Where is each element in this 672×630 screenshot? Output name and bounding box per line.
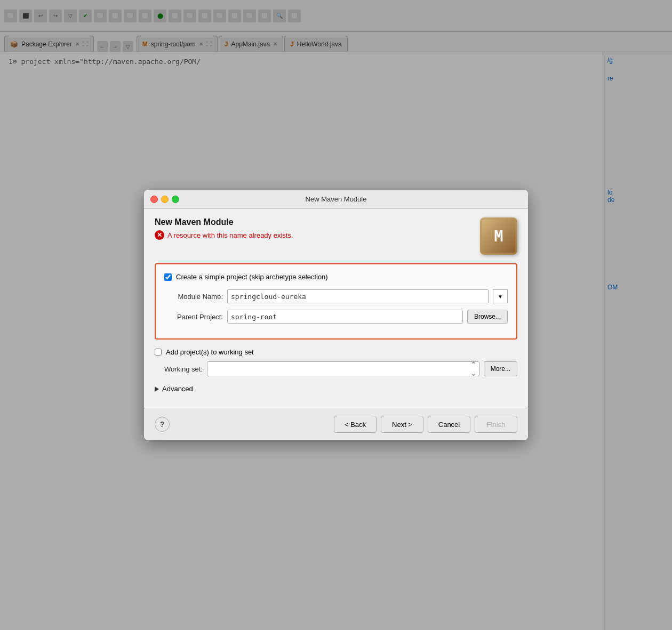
close-button[interactable]: [150, 196, 158, 203]
orange-section: Create a simple project (skip archetype …: [155, 263, 517, 340]
help-button[interactable]: ?: [155, 417, 170, 432]
error-icon: ✕: [155, 230, 164, 240]
maven-icon: M: [480, 217, 517, 255]
module-name-label: Module Name:: [164, 293, 223, 301]
error-row: ✕ A resource with this name already exis…: [155, 230, 293, 240]
maximize-button[interactable]: [172, 196, 179, 203]
parent-project-row: Parent Project: Browse...: [164, 310, 508, 324]
advanced-triangle-icon: [155, 386, 159, 392]
add-working-set-row: Add project(s) to working set: [155, 348, 517, 356]
minimize-button[interactable]: [161, 196, 169, 203]
parent-project-input[interactable]: [227, 310, 463, 324]
cancel-button[interactable]: Cancel: [428, 416, 470, 433]
module-name-dropdown-arrow[interactable]: ▼: [493, 289, 508, 303]
simple-project-label[interactable]: Create a simple project (skip archetype …: [176, 273, 328, 281]
add-working-set-checkbox[interactable]: [155, 349, 162, 356]
dialog-title: New Maven Module: [306, 195, 367, 203]
finish-button[interactable]: Finish: [475, 416, 517, 433]
module-name-input[interactable]: [227, 289, 489, 303]
dialog-header-left: New Maven Module ✕ A resource with this …: [155, 217, 293, 240]
working-set-section: Add project(s) to working set Working se…: [155, 348, 517, 376]
advanced-section: Advanced: [155, 385, 517, 393]
module-name-row: Module Name: ▼: [164, 289, 508, 303]
advanced-toggle[interactable]: Advanced: [155, 385, 517, 393]
more-button[interactable]: More...: [484, 361, 517, 376]
parent-project-label: Parent Project:: [164, 313, 223, 321]
dialog-header: New Maven Module ✕ A resource with this …: [155, 217, 517, 255]
dialog-body: New Maven Module ✕ A resource with this …: [144, 209, 528, 408]
simple-project-checkbox[interactable]: [164, 273, 172, 281]
dropdown-chevron-icon: ▼: [498, 294, 503, 300]
maven-icon-letter: M: [494, 228, 503, 245]
next-button[interactable]: Next >: [381, 416, 423, 433]
browse-button[interactable]: Browse...: [467, 310, 508, 324]
simple-project-row: Create a simple project (skip archetype …: [164, 273, 508, 281]
new-maven-module-dialog: New Maven Module New Maven Module ✕ A re…: [144, 190, 528, 440]
footer-buttons: < Back Next > Cancel Finish: [334, 416, 517, 433]
working-set-input[interactable]: ⌃⌄: [207, 361, 479, 376]
spinner-icon[interactable]: ⌃⌄: [470, 360, 477, 377]
working-set-input-row: Working set: ⌃⌄ More...: [155, 361, 517, 376]
advanced-label: Advanced: [162, 385, 193, 393]
error-message: A resource with this name already exists…: [167, 231, 293, 239]
dialog-footer: ? < Back Next > Cancel Finish: [144, 408, 528, 440]
dialog-overlay: New Maven Module New Maven Module ✕ A re…: [0, 0, 672, 630]
working-set-label: Working set:: [155, 365, 203, 373]
back-button[interactable]: < Back: [334, 416, 377, 433]
dialog-heading: New Maven Module: [155, 217, 293, 227]
add-working-set-label[interactable]: Add project(s) to working set: [166, 348, 254, 356]
module-name-wrapper: [227, 289, 489, 303]
dialog-titlebar: New Maven Module: [144, 190, 528, 209]
titlebar-buttons: [150, 196, 179, 203]
